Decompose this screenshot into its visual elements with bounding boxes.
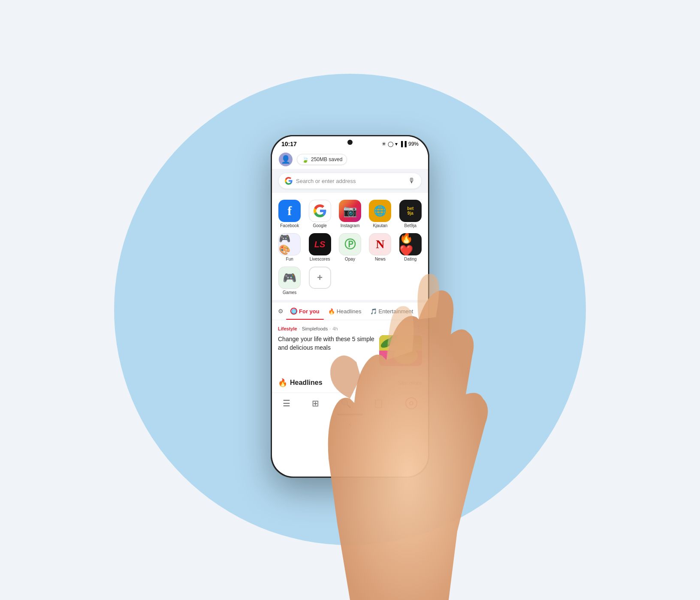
wifi-icon: ▾ [395, 141, 398, 147]
google-logo-icon [285, 177, 293, 185]
fun-label: Fun [286, 257, 293, 261]
article-source: Simplefoods [302, 326, 328, 331]
kjautan-icon: 🌐 [369, 200, 391, 222]
nfc-icon: ◯ [388, 141, 393, 147]
bluetooth-icon: ✳ [382, 141, 386, 147]
nav-tabs[interactable]: ☰ [283, 398, 290, 408]
savings-text: 250MB saved [311, 156, 342, 162]
tab-headlines-label: Headlines [337, 308, 362, 315]
home-bar [337, 414, 363, 415]
article-category: Lifestyle [278, 326, 297, 331]
bet9ja-icon: bet9ja [399, 200, 422, 222]
nav-bookmarks[interactable]: 📋 [373, 398, 384, 408]
add-icon: + [309, 267, 331, 289]
battery-text: 99% [408, 141, 419, 147]
avatar-icon: 👤 [281, 155, 290, 164]
article-time: 4h [332, 326, 338, 331]
headlines-left: 🔥 Headlines [278, 378, 323, 387]
nav-opera[interactable]: O [405, 397, 417, 409]
status-time: 10:17 [281, 141, 297, 147]
scene: 10:17 ✳ ◯ ▾ ▐▐ 99% 👤 🍃 [0, 0, 700, 600]
bottom-nav: ☰ ⊞ 🔍 📋 O [272, 393, 428, 412]
livescores-icon: LS [309, 233, 331, 255]
google-label: Google [313, 223, 326, 228]
app-item-opay[interactable]: Ⓟ Opay [336, 231, 364, 263]
article-title: Change your life with these 5 simple and… [278, 335, 375, 352]
see-more-link[interactable]: See more [398, 380, 422, 386]
article-meta: Lifestyle · Simplefoods · 4h ⋮ [278, 324, 422, 333]
top-bar: 👤 🍃 250MB saved [272, 149, 428, 169]
camera-notch [347, 140, 353, 145]
search-section: Search or enter address 🎙 [272, 169, 428, 193]
news-article[interactable]: Lifestyle · Simplefoods · 4h ⋮ Change yo… [272, 320, 428, 370]
avatar[interactable]: 👤 [279, 153, 293, 166]
status-icons: ✳ ◯ ▾ ▐▐ 99% [382, 141, 419, 147]
qr-icon: ⊞ [312, 398, 319, 408]
facebook-label: Facebook [280, 223, 299, 228]
phone-device: 10:17 ✳ ◯ ▾ ▐▐ 99% 👤 🍃 [271, 135, 429, 478]
app-item-fun[interactable]: 🎮🎨 Fun [275, 231, 304, 263]
kjautan-label: Kjautan [373, 223, 387, 228]
app-item-add[interactable]: + [305, 265, 334, 297]
fire-tab-icon: 🔥 [328, 308, 335, 315]
article-body: Change your life with these 5 simple and… [278, 335, 422, 366]
opera-logo: O [405, 397, 417, 409]
app-item-dating[interactable]: 🔥❤️ Dating [396, 231, 425, 263]
tab-entertainment-label: Entertainment [379, 308, 413, 315]
thumb-visual [379, 335, 422, 366]
headlines-title: Headlines [290, 379, 323, 387]
livescores-label: Livescores [310, 257, 330, 261]
tab-for-you-label: For you [299, 308, 320, 315]
article-meta-left: Lifestyle · Simplefoods · 4h [278, 326, 338, 331]
microphone-icon[interactable]: 🎙 [408, 177, 415, 185]
dating-label: Dating [404, 257, 416, 261]
article-more-icon[interactable]: ⋮ [415, 324, 422, 333]
apps-grid: f Facebook [275, 198, 425, 297]
app-item-kjautan[interactable]: 🌐 Kjautan [366, 198, 394, 230]
app-item-google[interactable]: Google [305, 198, 334, 230]
opay-label: Opay [345, 257, 355, 261]
bet9ja-label: Bet9ja [404, 223, 416, 228]
app-item-facebook[interactable]: f Facebook [275, 198, 304, 230]
home-indicator [272, 412, 428, 419]
leaf-icon: 🍃 [302, 156, 309, 163]
games-icon: 🎮 [278, 267, 301, 289]
search-input[interactable]: Search or enter address [296, 178, 405, 184]
games-label: Games [283, 290, 296, 295]
news-label: News [375, 257, 386, 261]
facebook-icon: f [278, 200, 301, 222]
search-bar[interactable]: Search or enter address 🎙 [279, 173, 421, 189]
signal-icon: ▐▐ [399, 141, 407, 147]
apps-section: f Facebook [272, 193, 428, 300]
app-item-games[interactable]: 🎮 Games [275, 265, 304, 297]
app-item-bet9ja[interactable]: bet9ja Bet9ja [396, 198, 425, 230]
fun-icon: 🎮🎨 [278, 233, 301, 255]
nav-gesture-bar: ‹ [272, 419, 428, 430]
tabs-icon: ☰ [283, 398, 290, 408]
google-icon [309, 200, 331, 222]
tab-headlines[interactable]: 🔥 Headlines [324, 303, 366, 320]
filter-icon[interactable]: ⚙ [275, 303, 286, 320]
savings-badge: 🍃 250MB saved [297, 154, 347, 165]
nav-search[interactable]: 🔍 [341, 398, 351, 408]
app-item-livescores[interactable]: LS Livescores [305, 231, 334, 263]
news-icon: N [369, 233, 391, 255]
bookmarks-icon: 📋 [373, 398, 384, 408]
opay-icon: Ⓟ [339, 233, 361, 255]
article-thumbnail [379, 335, 422, 366]
tab-entertainment[interactable]: 🎵 Entertainment [366, 303, 418, 320]
tab-for-you[interactable]: 🌐 For you [286, 303, 324, 320]
back-arrow-icon[interactable]: ‹ [349, 421, 351, 428]
phone-screen: 10:17 ✳ ◯ ▾ ▐▐ 99% 👤 🍃 [272, 136, 428, 477]
music-tab-icon: 🎵 [370, 308, 377, 315]
news-tabs: ⚙ 🌐 For you 🔥 Headlines 🎵 Entertainment [272, 303, 428, 320]
tab-globe-icon: 🌐 [290, 308, 297, 315]
headlines-section: 🔥 Headlines See more [272, 373, 428, 393]
svg-point-6 [396, 350, 415, 356]
nav-qr[interactable]: ⊞ [312, 398, 319, 408]
headlines-fire-icon: 🔥 [278, 378, 287, 387]
app-item-instagram[interactable]: 📷 Instagram [336, 198, 364, 230]
app-item-news[interactable]: N News [366, 231, 394, 263]
dating-icon: 🔥❤️ [399, 233, 422, 255]
instagram-label: Instagram [341, 223, 359, 228]
